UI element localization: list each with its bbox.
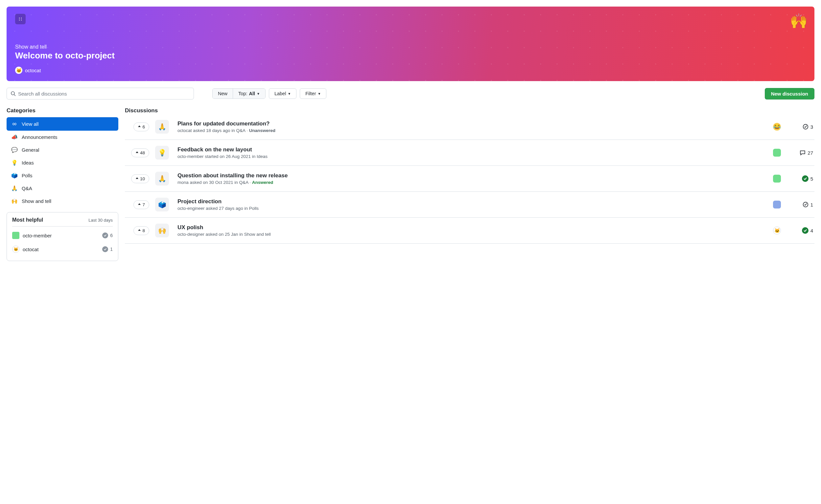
discussion-meta: octo-member started on 26 Aug 2021 in Id… <box>177 154 767 159</box>
helpful-user-row[interactable]: octo-member 6 <box>12 229 113 242</box>
category-label: Polls <box>22 173 33 178</box>
helpful-user-row[interactable]: 🐱 octocat 1 <box>12 242 113 256</box>
category-item[interactable]: 🙏Q&A <box>7 182 118 195</box>
discussion-meta: mona asked on 30 Oct 2021 in Q&A · Answe… <box>177 180 767 185</box>
vote-count: 8 <box>142 228 145 233</box>
discussion-category-icon: 🗳️ <box>155 198 169 211</box>
arrow-up-icon <box>135 151 139 154</box>
sort-top-button[interactable]: Top: All ▼ <box>233 89 265 99</box>
chevron-down-icon: ▼ <box>288 92 291 96</box>
discussion-count[interactable]: 27 <box>792 150 813 156</box>
participant-avatar[interactable] <box>773 149 781 157</box>
arrow-up-icon <box>138 125 141 128</box>
discussion-count[interactable]: 3 <box>792 124 813 130</box>
hero-emoji: 🙌 <box>790 12 808 30</box>
vote-count: 6 <box>142 124 145 129</box>
discussion-category-icon: 🙏 <box>155 120 169 134</box>
new-discussion-button[interactable]: New discussion <box>765 88 814 99</box>
discussion-list: 6 🙏 Plans for updated documentation? oct… <box>125 117 814 244</box>
chevron-down-icon: ▼ <box>318 92 321 96</box>
discussion-category-icon: 💡 <box>155 146 169 160</box>
main-content: Categories ∞View all📣Announcements💬Gener… <box>7 107 814 261</box>
discussion-title[interactable]: Feedback on the new layout <box>177 146 767 153</box>
category-icon: 🗳️ <box>11 172 18 179</box>
participant-avatar[interactable] <box>773 201 781 208</box>
search-icon <box>11 91 16 96</box>
check-circle-fill-icon <box>802 227 809 234</box>
count-value: 3 <box>810 124 813 130</box>
label-text: Label <box>275 91 286 96</box>
helpful-count-value: 6 <box>110 233 113 238</box>
discussions-heading: Discussions <box>125 107 814 114</box>
upvote-button[interactable]: 6 <box>133 122 149 131</box>
upvote-button[interactable]: 48 <box>131 148 149 157</box>
participant-avatar[interactable] <box>773 175 781 183</box>
participant-avatar[interactable]: 🐱 <box>773 227 781 234</box>
avatar: 🐱 <box>12 246 19 253</box>
category-list: ∞View all📣Announcements💬General💡Ideas🗳️P… <box>7 117 118 208</box>
discussion-count[interactable]: 4 <box>792 227 813 234</box>
category-icon: 📣 <box>11 134 18 140</box>
discussion-title[interactable]: Project direction <box>177 198 767 205</box>
arrow-up-icon <box>135 177 139 180</box>
check-badge-icon <box>102 232 108 238</box>
discussion-body: UX polish octo-designer asked on 25 Jan … <box>177 224 767 237</box>
discussion-title[interactable]: Question about installing the new releas… <box>177 172 767 179</box>
sort-new-button[interactable]: New <box>213 89 233 99</box>
discussion-title[interactable]: Plans for updated documentation? <box>177 121 767 127</box>
top-value: All <box>249 91 255 96</box>
svg-line-5 <box>14 95 15 96</box>
discussion-meta: octo-designer asked on 25 Jan in Show an… <box>177 232 767 237</box>
vote-count: 10 <box>140 176 145 181</box>
category-item[interactable]: 💡Ideas <box>7 156 118 169</box>
filter-button[interactable]: Filter ▼ <box>300 88 326 99</box>
discussion-body: Feedback on the new layout octo-member s… <box>177 146 767 159</box>
helpful-user-name: octo-member <box>23 233 52 238</box>
discussion-category-icon: 🙏 <box>155 172 169 186</box>
label-filter-button[interactable]: Label ▼ <box>269 88 297 99</box>
discussion-title[interactable]: UX polish <box>177 224 767 231</box>
discussion-meta: octocat asked 18 days ago in Q&A · Unans… <box>177 128 767 133</box>
upvote-button[interactable]: 8 <box>133 226 149 235</box>
vote-count: 48 <box>140 150 145 155</box>
check-badge-icon <box>102 246 108 252</box>
avatar <box>12 232 19 239</box>
most-helpful-heading: Most helpful <box>12 217 43 223</box>
discussion-status: Answered <box>252 180 274 185</box>
pinned-discussion-hero: 🙌 Show and tell Welcome to octo-project … <box>7 7 814 81</box>
chevron-down-icon: ▼ <box>257 92 260 96</box>
discussion-item: 7 🗳️ Project direction octo-engineer ask… <box>125 192 814 218</box>
filter-text: Filter <box>305 91 316 96</box>
comment-icon <box>800 150 806 156</box>
count-value: 5 <box>810 176 813 182</box>
category-item[interactable]: 🙌Show and tell <box>7 195 118 208</box>
arrow-up-icon <box>138 203 141 206</box>
participant-avatar[interactable]: 😂 <box>773 123 781 131</box>
category-item[interactable]: 📣Announcements <box>7 131 118 143</box>
most-helpful-period: Last 30 days <box>88 218 113 223</box>
upvote-button[interactable]: 7 <box>133 200 149 209</box>
category-icon: 🙏 <box>11 185 18 191</box>
category-item[interactable]: 💬General <box>7 143 118 156</box>
category-label: Announcements <box>22 134 57 140</box>
discussion-status: Unanswered <box>249 128 276 133</box>
discussion-item: 10 🙏 Question about installing the new r… <box>125 166 814 192</box>
helpful-count: 1 <box>102 246 113 252</box>
category-icon: 💡 <box>11 160 18 166</box>
category-label: Show and tell <box>22 198 51 204</box>
category-icon: ∞ <box>11 121 18 127</box>
discussion-meta: octo-engineer asked 27 days ago in Polls <box>177 206 767 211</box>
upvote-button[interactable]: 10 <box>131 174 149 183</box>
category-label: Q&A <box>22 186 32 191</box>
search-input[interactable] <box>7 88 194 99</box>
discussion-count[interactable]: 1 <box>792 202 813 208</box>
discussion-category-icon: 🙌 <box>155 224 169 237</box>
top-prefix: Top: <box>238 91 247 96</box>
category-item[interactable]: ∞View all <box>7 117 118 131</box>
discussion-count[interactable]: 5 <box>792 175 813 182</box>
count-value: 1 <box>810 202 813 208</box>
category-item[interactable]: 🗳️Polls <box>7 169 118 182</box>
sort-segmented: New Top: All ▼ <box>212 88 266 99</box>
arrow-up-icon <box>138 229 141 232</box>
count-value: 27 <box>808 150 813 156</box>
